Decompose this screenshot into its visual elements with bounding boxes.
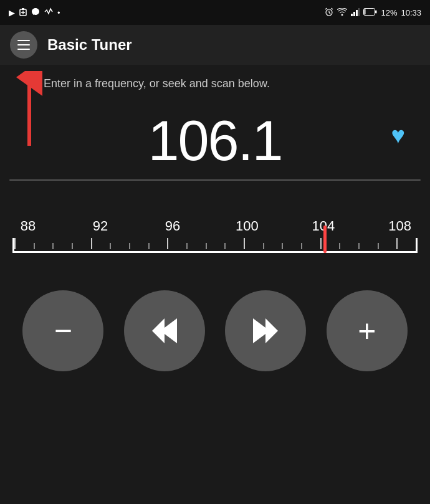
tick-14 (282, 243, 301, 249)
svg-marker-18 (152, 318, 177, 343)
bluetooth-icon: ▶ (9, 8, 15, 17)
menu-button[interactable] (10, 31, 37, 59)
favorite-heart-icon[interactable]: ♥ (391, 121, 405, 148)
tick-13 (263, 243, 282, 249)
tick-5 (110, 243, 129, 249)
svg-rect-14 (375, 10, 377, 13)
tick-6 (129, 243, 148, 249)
instruction-text: Enter in a frequency, or seek and scan b… (0, 65, 430, 97)
tick-8 (167, 238, 186, 249)
battery-saver-icon (19, 7, 27, 18)
seek-forward-icon (250, 315, 281, 346)
hamburger-line-3 (17, 49, 30, 50)
seek-backward-button[interactable] (124, 290, 205, 371)
messenger-icon (31, 7, 40, 18)
tick-0 (14, 238, 34, 249)
tuner-scale[interactable]: 88 92 96 100 104 108 (0, 181, 430, 272)
tick-17 (339, 243, 358, 249)
scale-label-96: 96 (163, 218, 182, 234)
tick-20 (396, 238, 416, 249)
hamburger-line-2 (17, 44, 30, 45)
svg-rect-15 (365, 9, 366, 14)
app-title: Basic Tuner (47, 36, 132, 54)
tick-3 (72, 243, 91, 249)
tick-19 (378, 243, 397, 249)
clock-time: 10:33 (401, 8, 421, 17)
alarm-icon (325, 7, 333, 18)
wifi-icon (337, 8, 347, 17)
status-right-icons: 12% 10:33 (325, 7, 421, 18)
battery-percentage: 12% (381, 8, 397, 17)
svg-rect-9 (351, 14, 353, 16)
increment-button[interactable]: + (327, 290, 408, 371)
tick-11 (224, 243, 244, 249)
scale-label-108: 108 (388, 218, 411, 234)
scale-ticks (14, 238, 416, 249)
svg-rect-10 (353, 12, 355, 16)
svg-rect-12 (358, 8, 360, 16)
plus-icon: + (358, 315, 376, 346)
scale-label-100: 100 (236, 218, 259, 234)
svg-rect-1 (22, 8, 24, 10)
tick-10 (206, 243, 225, 249)
main-content: Enter in a frequency, or seek and scan b… (0, 65, 430, 384)
tick-18 (358, 243, 378, 249)
controls-section: − + (0, 272, 430, 384)
activity-icon (44, 7, 53, 18)
battery-indicator (363, 8, 377, 17)
svg-line-6 (329, 12, 330, 14)
seek-forward-button[interactable] (225, 290, 306, 371)
status-left-icons: ▶ • (9, 7, 60, 18)
app-bar: Basic Tuner (0, 25, 430, 65)
seek-back-icon (149, 315, 180, 346)
scale-label-92: 92 (91, 218, 110, 234)
tick-9 (186, 243, 206, 249)
tick-2 (52, 243, 72, 249)
minus-icon: − (54, 315, 72, 346)
scale-label-88: 88 (19, 218, 37, 234)
frequency-area[interactable]: 106.1 ♥ (0, 97, 430, 173)
decrement-button[interactable]: − (22, 290, 103, 371)
scale-track[interactable] (12, 238, 418, 253)
dot-icon: • (57, 8, 60, 17)
scale-labels: 88 92 96 100 104 108 (12, 218, 418, 234)
tick-4 (91, 238, 110, 249)
hamburger-line-1 (17, 40, 30, 41)
tick-7 (148, 243, 168, 249)
frequency-indicator (323, 226, 327, 253)
svg-rect-11 (356, 10, 358, 16)
signal-icon (351, 7, 360, 18)
svg-marker-19 (253, 318, 278, 343)
tick-12 (244, 238, 263, 249)
tick-1 (34, 243, 53, 249)
status-bar: ▶ • 12% 10:33 (0, 0, 430, 25)
frequency-display[interactable]: 106.1 (19, 109, 411, 173)
tick-15 (301, 243, 320, 249)
svg-line-8 (332, 8, 333, 9)
svg-line-7 (325, 8, 327, 9)
